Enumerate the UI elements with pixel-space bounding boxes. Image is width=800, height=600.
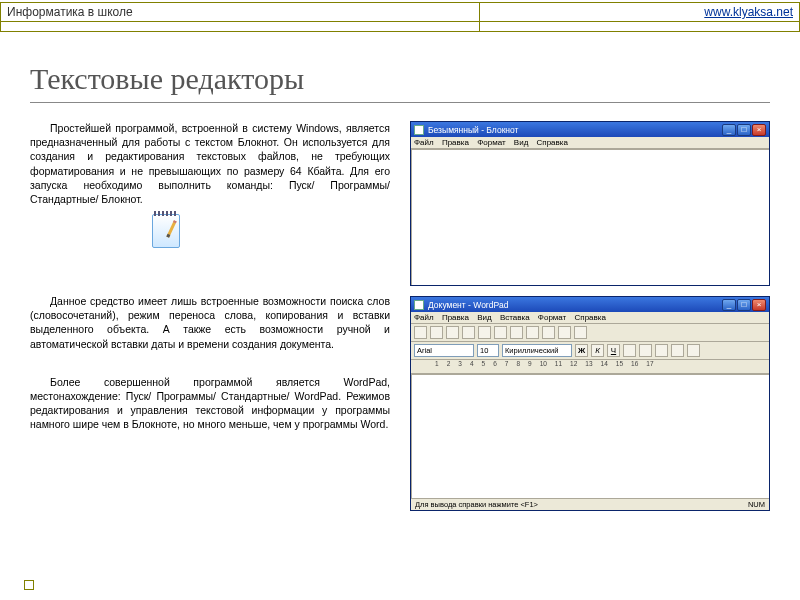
close-icon[interactable]: × bbox=[752, 299, 766, 311]
font-select[interactable]: Arial bbox=[414, 344, 474, 357]
align-center-icon[interactable] bbox=[655, 344, 668, 357]
header-left: Информатика в школе bbox=[1, 3, 480, 22]
copy-icon[interactable] bbox=[526, 326, 539, 339]
underline-icon[interactable]: Ч bbox=[607, 344, 620, 357]
wordpad-toolbar-1 bbox=[411, 324, 769, 342]
save-icon[interactable] bbox=[446, 326, 459, 339]
italic-icon[interactable]: К bbox=[591, 344, 604, 357]
text-column: Простейшей программой, встроенной в сист… bbox=[30, 121, 390, 511]
undo-icon[interactable] bbox=[558, 326, 571, 339]
wordpad-statusbar: Для вывода справки нажмите <F1> NUM bbox=[411, 498, 769, 510]
paste-icon[interactable] bbox=[542, 326, 555, 339]
menu-item[interactable]: Файл bbox=[414, 138, 434, 147]
menu-item[interactable]: Вставка bbox=[500, 313, 530, 322]
paragraph-3: Более совершенной программой является Wo… bbox=[30, 375, 390, 432]
paragraph-2: Данное средство имеет лишь встроенные во… bbox=[30, 294, 390, 351]
color-icon[interactable] bbox=[623, 344, 636, 357]
notepad-menubar: Файл Правка Формат Вид Справка bbox=[411, 137, 769, 149]
header-table: Информатика в школе www.klyaksa.net bbox=[0, 2, 800, 32]
new-icon[interactable] bbox=[414, 326, 427, 339]
notepad-app-icon bbox=[414, 125, 424, 135]
menu-item[interactable]: Вид bbox=[514, 138, 528, 147]
align-right-icon[interactable] bbox=[671, 344, 684, 357]
maximize-icon[interactable]: □ bbox=[737, 124, 751, 136]
notepad-client-area[interactable] bbox=[411, 149, 769, 285]
close-icon[interactable]: × bbox=[752, 124, 766, 136]
menu-item[interactable]: Формат bbox=[538, 313, 566, 322]
footer-marker bbox=[24, 580, 34, 590]
notepad-window: Безымянный - Блокнот _ □ × Файл Правка Ф… bbox=[410, 121, 770, 286]
menu-item[interactable]: Вид bbox=[477, 313, 491, 322]
menu-item[interactable]: Правка bbox=[442, 138, 469, 147]
notepad-icon bbox=[150, 210, 182, 250]
wordpad-titlebar: Документ - WordPad _ □ × bbox=[411, 297, 769, 312]
minimize-icon[interactable]: _ bbox=[722, 124, 736, 136]
wordpad-toolbar-2: Arial 10 Кириллический Ж К Ч bbox=[411, 342, 769, 360]
status-right: NUM bbox=[748, 500, 765, 509]
notepad-titlebar: Безымянный - Блокнот _ □ × bbox=[411, 122, 769, 137]
menu-item[interactable]: Правка bbox=[442, 313, 469, 322]
menu-item[interactable]: Справка bbox=[575, 313, 606, 322]
screenshots-column: Безымянный - Блокнот _ □ × Файл Правка Ф… bbox=[410, 121, 770, 511]
status-left: Для вывода справки нажмите <F1> bbox=[415, 500, 538, 509]
open-icon[interactable] bbox=[430, 326, 443, 339]
maximize-icon[interactable]: □ bbox=[737, 299, 751, 311]
page-title: Текстовые редакторы bbox=[30, 62, 770, 103]
wordpad-menubar: Файл Правка Вид Вставка Формат Справка bbox=[411, 312, 769, 324]
menu-item[interactable]: Файл bbox=[414, 313, 434, 322]
charset-select[interactable]: Кириллический bbox=[502, 344, 572, 357]
find-icon[interactable] bbox=[494, 326, 507, 339]
wordpad-app-icon bbox=[414, 300, 424, 310]
bold-icon[interactable]: Ж bbox=[575, 344, 588, 357]
preview-icon[interactable] bbox=[478, 326, 491, 339]
header-right: www.klyaksa.net bbox=[480, 3, 800, 22]
size-select[interactable]: 10 bbox=[477, 344, 499, 357]
header-link[interactable]: www.klyaksa.net bbox=[704, 5, 793, 19]
wordpad-window: Документ - WordPad _ □ × Файл Правка Вид… bbox=[410, 296, 770, 511]
datetime-icon[interactable] bbox=[574, 326, 587, 339]
print-icon[interactable] bbox=[462, 326, 475, 339]
notepad-title: Безымянный - Блокнот bbox=[428, 125, 722, 135]
menu-item[interactable]: Справка bbox=[537, 138, 568, 147]
align-left-icon[interactable] bbox=[639, 344, 652, 357]
minimize-icon[interactable]: _ bbox=[722, 299, 736, 311]
bullets-icon[interactable] bbox=[687, 344, 700, 357]
wordpad-client-area[interactable] bbox=[411, 374, 769, 498]
wordpad-ruler: 1234567891011121314151617 bbox=[411, 360, 769, 374]
paragraph-1: Простейшей программой, встроенной в сист… bbox=[30, 121, 390, 206]
menu-item[interactable]: Формат bbox=[477, 138, 505, 147]
cut-icon[interactable] bbox=[510, 326, 523, 339]
wordpad-title: Документ - WordPad bbox=[428, 300, 722, 310]
